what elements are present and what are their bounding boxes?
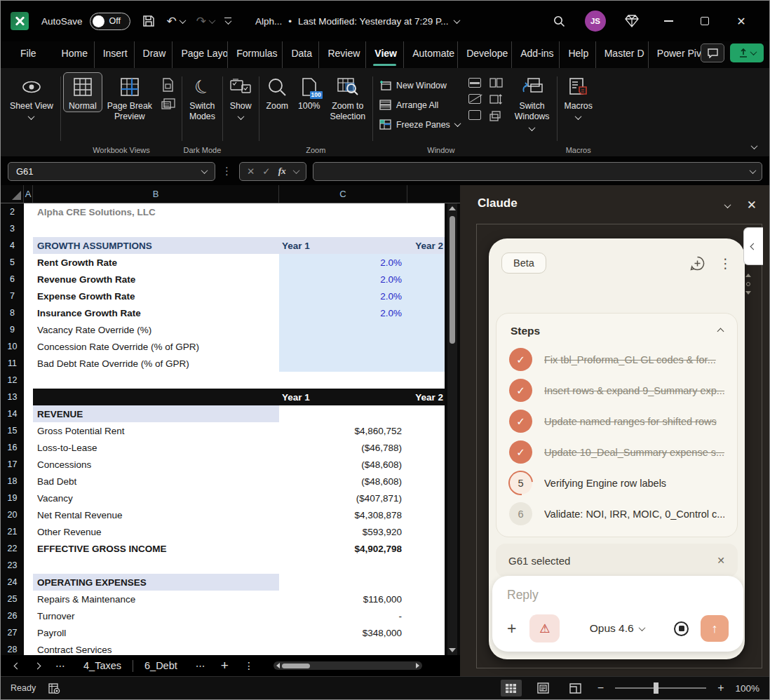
cell[interactable]	[407, 203, 445, 220]
cell[interactable]	[24, 237, 33, 254]
cell[interactable]	[24, 540, 33, 557]
new-chat-button[interactable]	[690, 256, 705, 271]
zoom-slider-thumb[interactable]	[654, 682, 658, 694]
row-header[interactable]: 21	[1, 523, 24, 540]
cell[interactable]	[279, 220, 407, 237]
scroll-right-icon[interactable]	[416, 663, 419, 668]
zoom-in-button[interactable]: +	[717, 682, 724, 694]
cell[interactable]	[24, 203, 33, 220]
tab-draw[interactable]: Draw	[134, 41, 173, 68]
minimize-button[interactable]	[650, 7, 687, 35]
tab-home[interactable]: Home	[53, 41, 94, 68]
cell[interactable]: Gross Potential Rent	[33, 422, 279, 439]
cell[interactable]	[407, 506, 445, 523]
synchronous-scrolling-icon[interactable]	[489, 94, 503, 105]
cell[interactable]: Bad Debt Rate Override (% of GPR)	[33, 355, 279, 372]
row-header[interactable]: 18	[1, 473, 24, 490]
cell[interactable]	[24, 288, 33, 304]
drag-handle-icon[interactable]: ⋮	[222, 165, 233, 177]
cell[interactable]	[24, 304, 33, 321]
cell[interactable]: Bad Debt	[33, 473, 279, 490]
redo-button[interactable]: ↷	[196, 14, 215, 29]
cell[interactable]: OPERATING EXPENSES	[33, 574, 279, 591]
cell[interactable]	[407, 439, 445, 456]
cell[interactable]: Vacancy Rate Override (%)	[33, 321, 279, 338]
collapse-ribbon-icon[interactable]	[751, 142, 758, 149]
cell[interactable]	[24, 624, 33, 641]
close-button[interactable]: ✕	[723, 7, 759, 35]
more-sheets-icon[interactable]: ⋯	[48, 655, 72, 676]
sheet-tab-4-taxes[interactable]: 4_Taxes	[74, 660, 131, 671]
customize-quick-access-button[interactable]	[224, 18, 231, 25]
row-header[interactable]: 9	[1, 321, 24, 338]
switch-windows-button[interactable]: Switch Windows	[510, 72, 555, 131]
tab-master-data[interactable]: Master D	[595, 41, 648, 68]
cell[interactable]: Expense Growth Rate	[33, 288, 279, 304]
tab-review[interactable]: Review	[318, 41, 365, 68]
cell[interactable]	[407, 557, 445, 574]
row-header[interactable]: 7	[1, 288, 24, 304]
scroll-down-icon[interactable]	[745, 291, 751, 295]
normal-view-button[interactable]	[501, 680, 522, 696]
cell[interactable]	[279, 372, 407, 389]
panel-close-icon[interactable]: ✕	[747, 198, 757, 213]
fx-chevron-icon[interactable]	[292, 167, 299, 174]
panel-collapse-chevron-icon[interactable]	[724, 201, 731, 208]
show-button[interactable]: Show	[225, 72, 257, 120]
row-header[interactable]: 6	[1, 271, 24, 288]
warning-button[interactable]: ⚠	[529, 614, 560, 642]
cell[interactable]	[24, 641, 33, 655]
zoom-out-button[interactable]: −	[597, 682, 604, 694]
cell[interactable]: Year 2	[407, 389, 445, 405]
reset-window-position-icon[interactable]	[489, 111, 503, 121]
cell[interactable]	[407, 523, 445, 540]
tab-add-ins[interactable]: Add-ins	[511, 41, 559, 68]
add-sheet-icon[interactable]: +	[214, 655, 236, 676]
cell[interactable]	[407, 304, 445, 321]
zoom-level[interactable]: 100%	[735, 683, 759, 694]
cell[interactable]	[279, 355, 407, 372]
column-header-d[interactable]	[407, 185, 445, 203]
row-header[interactable]: 4	[1, 237, 24, 254]
cell[interactable]	[407, 473, 445, 490]
cancel-icon[interactable]: ✕	[247, 166, 255, 177]
cell[interactable]	[407, 422, 445, 439]
cell[interactable]	[279, 557, 407, 574]
rewards-button[interactable]	[614, 7, 650, 35]
row-header[interactable]: 12	[1, 372, 24, 389]
page-break-preview-button[interactable]: Page Break Preview	[102, 72, 157, 123]
cell[interactable]	[279, 405, 407, 422]
scroll-down-icon[interactable]	[449, 648, 456, 652]
column-header-a[interactable]: A	[24, 185, 33, 203]
name-box-chevron-icon[interactable]	[201, 167, 208, 174]
new-window-button[interactable]: New Window	[379, 76, 460, 94]
scrollbar-thumb[interactable]	[450, 216, 455, 344]
cell[interactable]	[24, 389, 33, 405]
cell[interactable]: 2.0%	[279, 304, 407, 321]
cell[interactable]	[24, 490, 33, 506]
column-header-b[interactable]: B	[33, 185, 279, 203]
cell[interactable]: Repairs & Maintenance	[33, 591, 279, 607]
cell[interactable]	[407, 372, 445, 389]
cell[interactable]	[33, 372, 279, 389]
cell[interactable]	[33, 220, 279, 237]
cell[interactable]	[407, 456, 445, 473]
cell[interactable]: ($46,788)	[279, 439, 407, 456]
row-header[interactable]: 24	[1, 574, 24, 591]
cell[interactable]: -	[279, 607, 407, 624]
steps-header[interactable]: Steps	[509, 323, 724, 340]
normal-view-button[interactable]: Normal	[63, 72, 102, 112]
cell[interactable]	[407, 624, 445, 641]
macro-record-icon[interactable]	[48, 683, 60, 694]
cell[interactable]: GROWTH ASSUMPTIONS	[33, 237, 279, 254]
scroll-left-icon[interactable]	[276, 663, 280, 668]
tab-help[interactable]: Help	[559, 41, 595, 68]
tab-file[interactable]: File	[12, 41, 43, 68]
cell[interactable]: ($48,608)	[279, 456, 407, 473]
comments-button[interactable]	[701, 43, 724, 62]
cell[interactable]	[279, 574, 407, 591]
scrollbar-thumb[interactable]	[282, 664, 310, 668]
cell[interactable]: Concessions	[33, 456, 279, 473]
unhide-window-icon[interactable]	[468, 110, 481, 120]
cell[interactable]: $116,000	[279, 591, 407, 607]
